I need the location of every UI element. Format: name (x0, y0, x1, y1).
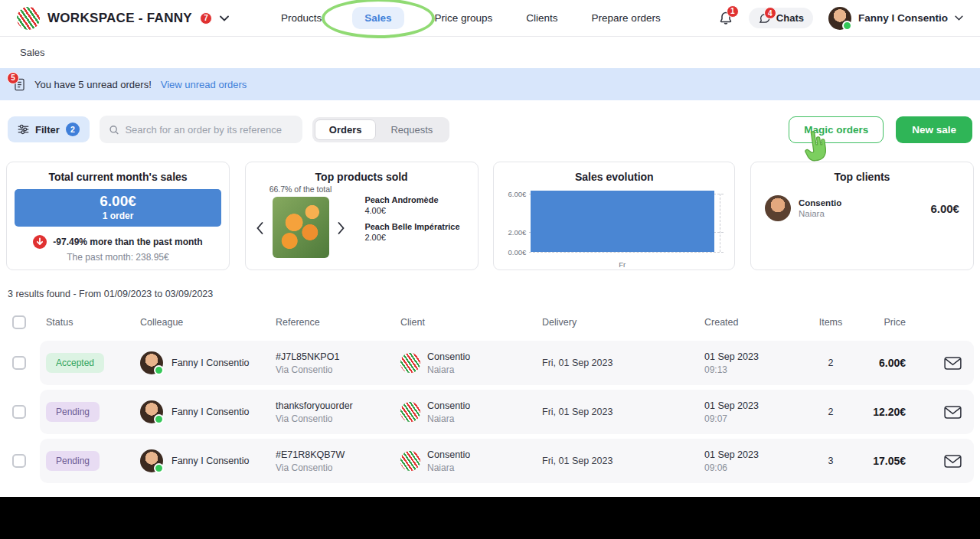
orders-toolbar: Filter 2 Orders Requests Magic orders Ne… (8, 116, 972, 143)
search-icon (109, 124, 119, 136)
colleague-avatar (140, 449, 163, 472)
email-order-button[interactable] (932, 357, 974, 370)
row-checkbox[interactable] (12, 405, 26, 419)
table-row[interactable]: Pending Fanny I Consentio thanksforyouor… (6, 390, 974, 434)
filter-count-badge: 2 (66, 122, 80, 136)
sales-evolution-title: Sales evolution (494, 171, 734, 183)
workspace-notification-badge: 7 (200, 12, 212, 24)
segment-orders[interactable]: Orders (315, 119, 377, 140)
order-reference-sub: Via Consentio (276, 364, 387, 375)
order-reference: thanksforyouorder (276, 400, 387, 411)
user-menu[interactable]: Fanny I Consentio (828, 7, 963, 30)
breadcrumb: Sales (0, 37, 980, 68)
month-sales-card: Total current month's sales 6.00€ 1 orde… (6, 162, 230, 270)
user-avatar (828, 7, 851, 30)
order-price: 6.00€ (858, 357, 932, 369)
carousel-next-icon[interactable] (338, 222, 345, 234)
table-header: Status Colleague Reference Client Delive… (6, 309, 974, 336)
month-sales-amount-box: 6.00€ 1 order (15, 189, 221, 227)
top-product-share: 66.7% of the total (270, 185, 332, 194)
header-right-group: 1 4 Chats Fanny I Consentio (718, 7, 963, 30)
chats-badge: 4 (764, 7, 776, 19)
envelope-icon (944, 406, 962, 419)
magic-orders-button[interactable]: Magic orders (789, 116, 884, 143)
segment-requests[interactable]: Requests (376, 119, 447, 140)
chevron-down-icon[interactable] (220, 15, 229, 21)
consentio-logo-icon (17, 7, 40, 30)
orders-doc-icon: 5 (12, 77, 27, 92)
gridline (529, 252, 724, 253)
nav-products[interactable]: Products (278, 7, 325, 29)
col-colleague: Colleague (127, 317, 262, 328)
carousel-prev-icon[interactable] (256, 222, 263, 234)
workspace-title: WORKSPACE - FANNY (47, 11, 192, 26)
orders-table: Status Colleague Reference Client Delive… (6, 309, 974, 483)
nav-price-groups[interactable]: Price groups (432, 7, 496, 29)
banner-text: You have 5 unread orders! (34, 79, 152, 90)
status-badge: Accepted (46, 353, 104, 373)
table-row[interactable]: Pending Fanny I Consentio #E71R8KQB7WVia… (6, 439, 974, 483)
client-logo-icon (400, 451, 420, 471)
col-client: Client (387, 317, 529, 328)
filter-label: Filter (35, 124, 60, 136)
client-name: Consentio (799, 198, 841, 207)
created-date: 01 Sep 2023 (704, 449, 803, 460)
chats-button[interactable]: 4 Chats (749, 8, 813, 28)
y-tick: 2.00€ (508, 228, 527, 237)
envelope-icon (944, 357, 962, 370)
filter-button[interactable]: Filter 2 (8, 116, 90, 142)
email-order-button[interactable] (932, 455, 974, 468)
colleague-name: Fanny I Consentio (172, 407, 249, 417)
product-price: 4.00€ (364, 206, 459, 215)
notifications-button[interactable]: 1 (718, 10, 733, 27)
row-checkbox[interactable] (12, 356, 26, 370)
delivery-date: Fri, 01 Sep 2023 (529, 456, 687, 466)
client-name: Consentio (427, 449, 470, 460)
magic-orders-label: Magic orders (804, 124, 868, 136)
search-input[interactable] (125, 124, 292, 136)
items-count: 3 (803, 456, 858, 466)
colleague-avatar (140, 351, 163, 374)
view-unread-orders-link[interactable]: View unread orders (161, 79, 247, 90)
client-name: Consentio (427, 351, 470, 362)
created-date: 01 Sep 2023 (704, 351, 803, 362)
col-created: Created (687, 317, 803, 328)
table-row[interactable]: Accepted Fanny I Consentio #J7L85NKPO1Vi… (6, 341, 974, 385)
app-window: WORKSPACE - FANNY 7 Products Sales Price… (0, 0, 980, 539)
order-price: 17.05€ (858, 455, 932, 467)
nav-sales[interactable]: Sales (352, 7, 403, 29)
new-sale-button[interactable]: New sale (896, 116, 972, 143)
chart-plot-area: Fr (529, 191, 724, 258)
envelope-icon (944, 455, 962, 468)
month-sales-order-count: 1 order (15, 211, 221, 221)
y-tick: 0.00€ (508, 248, 527, 256)
notifications-badge: 1 (727, 5, 739, 18)
created-time: 09:06 (704, 462, 803, 473)
x-tick: Fr (619, 260, 626, 269)
summary-cards: Total current month's sales 6.00€ 1 orde… (6, 162, 974, 270)
items-count: 2 (803, 407, 858, 417)
month-sales-title: Total current month's sales (7, 171, 229, 183)
results-summary: 3 results found - From 01/09/2023 to 03/… (8, 289, 980, 299)
gridline-vertical (720, 194, 720, 252)
status-badge: Pending (46, 402, 100, 422)
workspace-brand[interactable]: WORKSPACE - FANNY 7 (17, 7, 229, 30)
email-order-button[interactable] (932, 406, 974, 419)
product-name: Peach Andromède (364, 195, 459, 204)
top-navigation-bar: WORKSPACE - FANNY 7 Products Sales Price… (0, 0, 980, 37)
created-time: 09:13 (704, 364, 803, 375)
top-clients-card: Top clients Consentio Naiara 6.00€ (750, 162, 974, 270)
nav-prepare-orders[interactable]: Prepare orders (589, 7, 664, 29)
chart-y-axis: 6.00€ 2.00€ 0.00€ (500, 191, 529, 258)
row-checkbox[interactable] (12, 454, 26, 468)
order-reference: #E71R8KQB7W (276, 449, 387, 460)
select-all-checkbox[interactable] (12, 315, 26, 329)
user-name: Fanny I Consentio (858, 12, 948, 24)
col-price: Price (858, 317, 932, 328)
nav-clients[interactable]: Clients (523, 7, 560, 29)
top-product-image (273, 197, 329, 258)
items-count: 2 (803, 358, 858, 368)
status-badge: Pending (46, 451, 100, 471)
order-reference: #J7L85NKPO1 (276, 351, 387, 362)
product-price: 2.00€ (364, 233, 459, 242)
